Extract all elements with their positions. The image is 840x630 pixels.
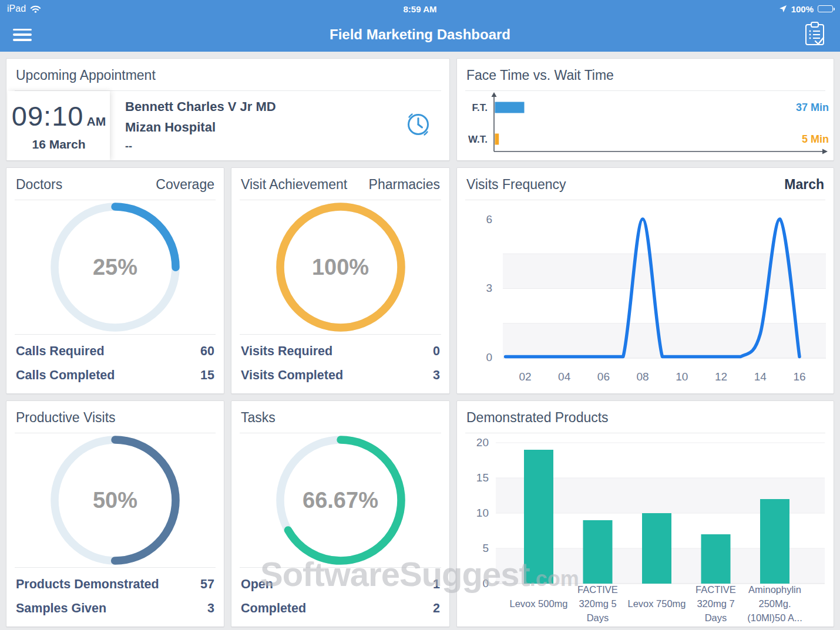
- appointment-note: --: [125, 140, 276, 153]
- appointment-details: Bennett Charles V Jr MD Mizan Hospital -…: [125, 91, 276, 160]
- svg-text:04: 04: [558, 370, 571, 383]
- card-header: Productive Visits: [15, 401, 216, 433]
- svg-text:12: 12: [715, 370, 727, 383]
- demonstrated-products-card: Demonstrated Products 05101520Levox 500m…: [456, 400, 834, 627]
- svg-text:14: 14: [754, 370, 767, 383]
- svg-text:FACTIVE320mg 5Days: FACTIVE320mg 5Days: [577, 584, 618, 623]
- svg-text:06: 06: [597, 370, 610, 383]
- visits-frequency-line-chart: 0360204060810121416: [457, 200, 834, 391]
- stat-value: 3: [207, 597, 214, 621]
- stat-row: Calls Completed 15: [16, 363, 214, 388]
- card-header: Demonstrated Products: [465, 401, 825, 433]
- dashboard-grid: Upcoming Appointment 09:10 AM 16 March B…: [0, 52, 840, 627]
- gauge-percent: 100%: [312, 255, 369, 280]
- face-time-card: Face Time vs. Wait Time F.T.37 MinW.T.5 …: [456, 58, 834, 161]
- card-title: Visits Frequency: [466, 177, 566, 193]
- svg-text:15: 15: [476, 471, 489, 484]
- svg-text:3: 3: [486, 282, 492, 294]
- stat-row: Calls Required 60: [16, 339, 214, 363]
- card-title: Tasks: [241, 410, 275, 426]
- svg-text:5: 5: [482, 542, 489, 554]
- card-header: Face Time vs. Wait Time: [465, 59, 825, 91]
- stats-list: Products Demonstrated 57 Samples Given 3: [15, 567, 216, 626]
- battery-icon: [818, 5, 833, 12]
- stat-label: Calls Completed: [16, 363, 115, 388]
- card-subtitle: Pharmacies: [369, 177, 440, 193]
- visits-frequency-chart: 0360204060810121416: [457, 200, 834, 393]
- menu-button[interactable]: [13, 29, 32, 41]
- app-screen: iPad 8:59 AM 100% Field Marketing Dashbo…: [0, 0, 840, 630]
- status-right: 100%: [779, 4, 833, 14]
- stat-row: Samples Given 3: [16, 597, 214, 621]
- stat-value: 3: [433, 363, 440, 388]
- svg-text:Levox 500mg: Levox 500mg: [509, 598, 567, 609]
- stat-label: Visits Required: [241, 339, 332, 363]
- card-header: Doctors Coverage: [15, 168, 216, 200]
- card-title: Face Time vs. Wait Time: [466, 68, 614, 83]
- tasks-card: Tasks 66.67% Open 1 Completed 2: [231, 400, 450, 627]
- coverage-gauge: 25%: [6, 200, 224, 334]
- battery-percent: 100%: [791, 4, 814, 14]
- face-time-chart: F.T.37 MinW.T.5 Min: [457, 91, 834, 160]
- alarm-clock-icon: [404, 110, 433, 142]
- svg-text:02: 02: [519, 370, 531, 383]
- stat-value: 57: [200, 572, 214, 597]
- page-title: Field Marketing Dashboard: [330, 26, 510, 43]
- svg-text:20: 20: [476, 436, 489, 449]
- face-time-bar-chart: F.T.37 MinW.T.5 Min: [457, 91, 834, 159]
- stat-label: Completed: [241, 597, 306, 621]
- doctors-coverage-card: Doctors Coverage 25% Calls Required 60 C…: [6, 167, 224, 394]
- stat-value: 60: [200, 339, 214, 363]
- report-button[interactable]: [802, 20, 827, 49]
- svg-text:0: 0: [486, 351, 492, 363]
- svg-text:6: 6: [486, 213, 492, 225]
- stat-row: Visits Required 0: [241, 339, 440, 363]
- clipboard-icon: [802, 20, 827, 47]
- svg-text:5 Min: 5 Min: [802, 133, 829, 145]
- stat-row: Visits Completed 3: [241, 363, 440, 388]
- appointment-location: Mizan Hospital: [125, 120, 276, 135]
- svg-text:37 Min: 37 Min: [796, 102, 829, 113]
- stat-label: Products Demonstrated: [16, 572, 159, 597]
- nav-bar: Field Marketing Dashboard: [0, 18, 840, 52]
- upcoming-appointment-card: Upcoming Appointment 09:10 AM 16 March B…: [6, 58, 450, 161]
- svg-text:W.T.: W.T.: [468, 134, 488, 145]
- card-header: Tasks: [240, 401, 441, 433]
- svg-text:16: 16: [793, 370, 805, 383]
- card-header: Upcoming Appointment: [15, 59, 441, 91]
- card-title: Visit Achievement: [241, 177, 347, 193]
- visit-achievement-gauge: 100%: [231, 200, 449, 334]
- card-subtitle: Coverage: [156, 177, 214, 193]
- gauge-percent: 66.67%: [303, 488, 378, 513]
- stat-value: 0: [433, 339, 440, 363]
- stat-label: Open: [241, 572, 273, 597]
- appointment-time-panel: 09:10 AM 16 March: [8, 91, 110, 160]
- wifi-icon: [30, 5, 41, 14]
- stat-row: Products Demonstrated 57: [16, 572, 214, 597]
- visits-frequency-card: Visits Frequency March 03602040608101214…: [456, 167, 834, 394]
- appointment-doctor: Bennett Charles V Jr MD: [125, 99, 276, 114]
- card-header: Visit Achievement Pharmacies: [240, 168, 441, 200]
- stat-row: Open 1: [241, 572, 440, 597]
- demonstrated-products-chart: 05101520Levox 500mgFACTIVE320mg 5DaysLev…: [457, 433, 834, 626]
- stat-row: Completed 2: [241, 597, 440, 621]
- carrier-label: iPad: [7, 4, 26, 14]
- svg-text:Aminophylin250Mg.(10Ml)50 A...: Aminophylin250Mg.(10Ml)50 A...: [747, 584, 802, 623]
- card-title: Doctors: [16, 177, 62, 193]
- stat-label: Calls Required: [16, 339, 105, 363]
- appointment-time: 09:10: [12, 100, 84, 132]
- location-arrow-icon: [779, 5, 787, 13]
- svg-text:08: 08: [637, 370, 649, 383]
- card-title: Upcoming Appointment: [16, 68, 156, 83]
- appointment-meridiem: AM: [86, 114, 106, 129]
- appointment-row[interactable]: 09:10 AM 16 March Bennett Charles V Jr M…: [6, 91, 449, 160]
- svg-text:10: 10: [476, 507, 489, 519]
- stats-list: Calls Required 60 Calls Completed 15: [15, 334, 216, 393]
- svg-text:FACTIVE320mg 7Days: FACTIVE320mg 7Days: [695, 584, 736, 623]
- svg-text:F.T.: F.T.: [472, 102, 488, 113]
- productive-visits-card: Productive Visits 50% Products Demonstra…: [6, 400, 224, 627]
- stats-list: Visits Required 0 Visits Completed 3: [240, 334, 441, 393]
- tasks-gauge: 66.67%: [231, 433, 449, 567]
- gauge-percent: 50%: [93, 488, 137, 513]
- stats-list: Open 1 Completed 2: [240, 567, 441, 626]
